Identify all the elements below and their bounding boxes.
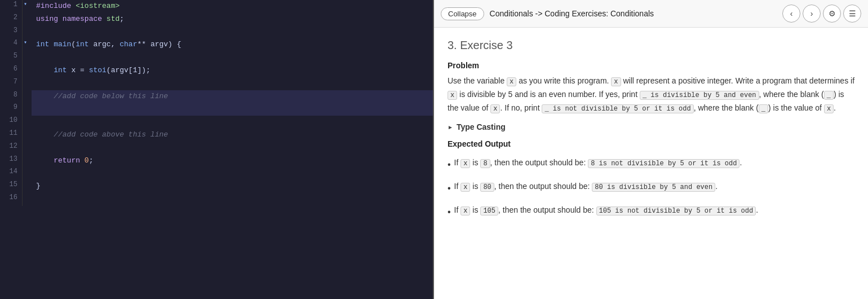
line-content-7 bbox=[32, 77, 433, 90]
expected-output-label: Expected Output bbox=[448, 139, 854, 148]
line-content-1: #include <iostream> bbox=[32, 0, 433, 13]
editor-line-5: 5 bbox=[0, 51, 433, 64]
line-arrow-4: ▾ bbox=[23, 38, 32, 51]
line-arrow-6 bbox=[23, 64, 32, 77]
line-number-3: 3 bbox=[0, 26, 23, 39]
type-casting-row[interactable]: ► Type Casting bbox=[448, 122, 854, 131]
editor-line-7: 7 bbox=[0, 77, 433, 90]
problem-text-7: . If no, print bbox=[500, 103, 542, 112]
var-x-4: x bbox=[490, 104, 500, 113]
line-number-16: 16+ bbox=[0, 193, 23, 206]
ex-output-3: 105 is not divisible by 5 or it is odd bbox=[596, 206, 756, 216]
line-number-12: 12 bbox=[0, 142, 23, 155]
ex-val-3: 105 bbox=[480, 206, 498, 216]
bullet-content-1: If x is 8, then the output should be: 8 … bbox=[454, 156, 854, 169]
bullet-dot-1: • bbox=[448, 157, 451, 172]
line-arrow-2 bbox=[23, 13, 32, 26]
menu-button[interactable]: ☰ bbox=[843, 5, 861, 23]
editor-line-11: 11 //add code above this line bbox=[0, 129, 433, 142]
bullet-content-3: If x is 105, then the output should be: … bbox=[454, 204, 854, 217]
collapse-button[interactable]: Collapse bbox=[441, 7, 484, 20]
bullet-content-2: If x is 80, then the output should be: 8… bbox=[454, 180, 854, 193]
line-content-13: return 0; bbox=[32, 155, 433, 168]
problem-text-4: is divisible by 5 and is an even number.… bbox=[457, 90, 640, 99]
line-number-4: 4 bbox=[0, 38, 23, 51]
ex-var-2: x bbox=[460, 183, 470, 192]
line-number-1: 1 bbox=[0, 0, 23, 13]
line-arrow-13 bbox=[23, 155, 32, 168]
example-item-1: •If x is 8, then the output should be: 8… bbox=[448, 156, 854, 172]
blank-2: _ bbox=[759, 104, 768, 113]
line-content-11: //add code above this line bbox=[32, 129, 433, 142]
line-number-10: 10 bbox=[0, 116, 23, 129]
line-content-16 bbox=[32, 193, 433, 206]
ex-var-3: x bbox=[460, 206, 470, 216]
prev-button[interactable]: ‹ bbox=[782, 5, 800, 23]
exercise-title: 3. Exercise 3 bbox=[448, 39, 854, 52]
problem-text-9: ) is the value of bbox=[768, 103, 824, 112]
line-number-8: 8 bbox=[0, 90, 23, 103]
line-arrow-16 bbox=[23, 193, 32, 206]
editor-line-4: 4▾int main(int argc, char** argv) { bbox=[0, 38, 433, 51]
breadcrumb: Conditionals -> Coding Exercises: Condit… bbox=[490, 9, 777, 18]
line-content-15: } bbox=[32, 180, 433, 193]
triangle-icon: ► bbox=[448, 124, 453, 130]
line-arrow-14 bbox=[23, 167, 32, 180]
editor-line-9: 9 bbox=[0, 103, 433, 116]
next-button[interactable]: › bbox=[803, 5, 821, 23]
editor-line-8: 8 //add code below this line bbox=[0, 90, 433, 103]
right-header: Collapse Conditionals -> Coding Exercise… bbox=[434, 0, 868, 28]
editor-line-15: 15} bbox=[0, 180, 433, 193]
problem-text-5: , where the blank ( bbox=[759, 90, 824, 99]
line-content-3 bbox=[32, 26, 433, 39]
problem-label: Problem bbox=[448, 61, 854, 70]
ex-val-1: 8 bbox=[480, 159, 490, 168]
line-content-6: int x = stoi(argv[1]); bbox=[32, 64, 433, 77]
line-arrow-10 bbox=[23, 116, 32, 129]
ex-var-1: x bbox=[460, 159, 470, 168]
line-arrow-1: ▾ bbox=[23, 0, 32, 13]
line-number-13: 13 bbox=[0, 155, 23, 168]
example-list: •If x is 8, then the output should be: 8… bbox=[448, 156, 854, 219]
line-number-6: 6 bbox=[0, 64, 23, 77]
var-x-5: x bbox=[824, 104, 834, 113]
line-arrow-15 bbox=[23, 180, 32, 193]
problem-body: Use the variable x as you write this pro… bbox=[448, 74, 854, 115]
editor-line-10: 10 bbox=[0, 116, 433, 129]
bullet-dot-2: • bbox=[448, 181, 451, 196]
problem-text-2: as you write this program. bbox=[516, 76, 611, 85]
ex-output-1: 8 is not divisible by 5 or it is odd bbox=[588, 159, 739, 168]
line-arrow-5 bbox=[23, 51, 32, 64]
editor-line-12: 12 bbox=[0, 142, 433, 155]
line-content-12 bbox=[32, 142, 433, 155]
editor-line-16: 16+ bbox=[0, 193, 433, 206]
line-number-15: 15 bbox=[0, 180, 23, 193]
line-content-4: int main(int argc, char** argv) { bbox=[32, 38, 433, 51]
right-panel: Collapse Conditionals -> Coding Exercise… bbox=[434, 0, 868, 299]
code-yes: _ is divisible by 5 and even bbox=[640, 91, 759, 100]
line-content-9 bbox=[32, 103, 433, 116]
ex-val-2: 80 bbox=[480, 183, 494, 192]
editor-line-2: 2using namespace std; bbox=[0, 13, 433, 26]
line-arrow-11 bbox=[23, 129, 32, 142]
line-number-11: 11 bbox=[0, 129, 23, 142]
var-x-2: x bbox=[611, 77, 621, 86]
header-icons: ‹ › ⚙ ☰ bbox=[782, 5, 861, 23]
var-x-1: x bbox=[507, 77, 516, 86]
editor-line-container: 1▾#include <iostream>2using namespace st… bbox=[0, 0, 433, 206]
line-arrow-3 bbox=[23, 26, 32, 39]
example-item-3: •If x is 105, then the output should be:… bbox=[448, 204, 854, 219]
blank-1: _ bbox=[824, 91, 834, 100]
exercise-content: 3. Exercise 3 Problem Use the variable x… bbox=[434, 28, 868, 299]
line-number-2: 2 bbox=[0, 13, 23, 26]
line-number-5: 5 bbox=[0, 51, 23, 64]
line-number-7: 7 bbox=[0, 77, 23, 90]
type-casting-label: Type Casting bbox=[457, 122, 506, 131]
settings-button[interactable]: ⚙ bbox=[823, 5, 841, 23]
editor-line-6: 6 int x = stoi(argv[1]); bbox=[0, 64, 433, 77]
var-x-3: x bbox=[448, 91, 457, 100]
code-editor[interactable]: 1▾#include <iostream>2using namespace st… bbox=[0, 0, 434, 299]
editor-line-1: 1▾#include <iostream> bbox=[0, 0, 433, 13]
bullet-dot-3: • bbox=[448, 205, 451, 219]
line-arrow-9 bbox=[23, 103, 32, 116]
